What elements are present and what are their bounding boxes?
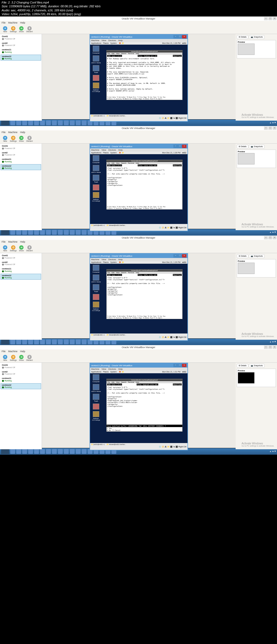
vm-item[interactable]: centos11 ⬤ Running xyxy=(1,267,41,273)
terminal-window[interactable]: hduser@vd11:/usr/local/hadoop/conf FileE… xyxy=(106,50,183,100)
taskbar-icon[interactable] xyxy=(40,230,45,235)
taskbar-icon[interactable] xyxy=(28,339,33,344)
taskbar-icon[interactable] xyxy=(76,449,81,454)
taskbar-icon[interactable] xyxy=(58,339,63,344)
desktop-icon-trash[interactable]: Trash xyxy=(91,65,101,73)
taskbar-icon[interactable] xyxy=(64,449,69,454)
maximize-button[interactable]: □ xyxy=(268,17,272,20)
show-button[interactable]: ➜Show xyxy=(18,355,25,361)
gnome-panel[interactable]: ApplicationsPlacesSystem 🦊 📁 Mon Dec 21,… xyxy=(90,42,187,45)
desktop-icon-home[interactable]: vd11's Home xyxy=(91,55,101,64)
terminal-menu[interactable]: FileEditViewSearchTerminalHelp xyxy=(107,162,182,164)
desktop-icon-trash[interactable]: Trash xyxy=(91,284,101,292)
menu-machine[interactable]: Machine xyxy=(8,21,18,24)
guest-close[interactable]: × xyxy=(182,35,186,38)
guest-maximize[interactable]: □ xyxy=(178,145,182,148)
vm-item[interactable]: Cent1 ⬤ Powered Off xyxy=(1,363,41,369)
guest-close[interactable]: × xyxy=(182,254,186,257)
taskbar-icon[interactable] xyxy=(34,449,39,454)
taskbar-icon[interactable] xyxy=(70,230,75,235)
settings-button[interactable]: ⚙Settings xyxy=(10,26,17,32)
desktop-icon-home[interactable]: vd11's Home xyxy=(91,275,101,283)
vbox-menubar[interactable]: FileMachineHelp xyxy=(0,240,277,244)
taskbar-icon[interactable] xyxy=(28,120,33,125)
guest-minimize[interactable]: − xyxy=(173,254,178,257)
taskbar-icon[interactable] xyxy=(22,449,27,454)
desktop[interactable]: Computer vd11's Home Trash hadoop-1.2.1.… xyxy=(90,373,187,443)
menu-help[interactable]: Help xyxy=(20,131,25,134)
vm-item[interactable]: centos11 ⬤ Running xyxy=(1,48,41,54)
vm-item[interactable]: cent2 ⬤ Powered Off xyxy=(1,151,41,157)
gnome-panel[interactable]: ApplicationsPlacesSystem 🦊 📁 Mon Dec 21,… xyxy=(90,261,187,264)
guest-menubar[interactable]: MachineViewDevicesHelp xyxy=(90,258,187,261)
taskbar-icon[interactable] xyxy=(16,449,21,454)
settings-button[interactable]: ⚙Settings xyxy=(10,355,17,361)
snapshots-tab[interactable]: 📷 Snapshots xyxy=(249,145,265,148)
taskbar-icon[interactable] xyxy=(10,120,15,125)
taskbar-icon[interactable] xyxy=(58,120,63,125)
taskbar-icon[interactable] xyxy=(28,230,33,235)
taskbar-icon[interactable] xyxy=(28,449,33,454)
desktop-icon-trash[interactable]: Trash xyxy=(91,394,101,402)
desktop-icon-hadoop[interactable]: hadoop-1.2.1.tar.gz xyxy=(91,82,101,92)
vm-item[interactable]: centos11 ⬤ Running xyxy=(1,157,41,163)
vbox-menubar[interactable]: FileMachineHelp xyxy=(0,21,277,25)
desktop-icon-computer[interactable]: Computer xyxy=(91,155,101,163)
minimize-button[interactable]: − xyxy=(264,17,268,20)
taskbar-icon[interactable] xyxy=(58,230,63,235)
guest-menubar[interactable]: MachineViewDevicesHelp xyxy=(90,39,187,42)
desktop-icon[interactable] xyxy=(91,404,101,409)
taskbar-icon[interactable] xyxy=(52,120,57,125)
discard-button[interactable]: ⬇Discard xyxy=(26,26,33,32)
taskbar-icon[interactable] xyxy=(22,120,27,125)
taskbar-icon[interactable] xyxy=(40,120,45,125)
taskbar-icon[interactable] xyxy=(64,120,69,125)
taskbar-icon[interactable] xyxy=(34,339,39,344)
menu-help[interactable]: Help xyxy=(20,350,25,353)
details-tab[interactable]: ⚙ Details xyxy=(237,145,248,148)
guest-maximize[interactable]: □ xyxy=(178,35,182,38)
gnome-panel[interactable]: ApplicationsPlacesSystem 🦊 📁 Mon Dec 21,… xyxy=(90,151,187,154)
vm-item[interactable]: centos11 ⬤ Running xyxy=(1,377,41,382)
menu-file[interactable]: File xyxy=(2,131,6,134)
taskbar-icon[interactable] xyxy=(52,339,57,344)
desktop-icon-home[interactable]: vd11's Home xyxy=(91,384,101,392)
close-button[interactable]: × xyxy=(273,127,276,130)
desktop[interactable]: Computer vd11's Home Trash hadoop-1.2.1.… xyxy=(90,264,187,333)
taskbar-icon[interactable] xyxy=(82,120,87,125)
guest-minimize[interactable]: − xyxy=(173,35,178,38)
nano-save-options[interactable]: Y Yes N No ^C Cancel xyxy=(107,427,182,431)
taskbar-icon[interactable] xyxy=(10,230,15,235)
taskbar-icon[interactable] xyxy=(76,339,81,344)
taskbar-icon[interactable] xyxy=(34,120,39,125)
show-button[interactable]: ➜Show xyxy=(18,136,25,142)
discard-button[interactable]: ⬇Discard xyxy=(26,136,33,142)
minimize-button[interactable]: − xyxy=(264,127,268,130)
guest-maximize[interactable]: □ xyxy=(178,254,182,257)
desktop-icon-hadoop[interactable]: hadoop-1.2.1.tar.gz xyxy=(91,192,101,202)
show-button[interactable]: ➜Show xyxy=(18,245,25,252)
vbox-menubar[interactable]: FileMachineHelp xyxy=(0,349,277,353)
gnome-panel[interactable]: ApplicationsPlacesSystem 🦊 📁 Mon Dec 21,… xyxy=(90,371,187,373)
guest-menubar[interactable]: MachineViewDevicesHelp xyxy=(90,148,187,151)
taskbar-icon[interactable] xyxy=(46,339,51,344)
settings-button[interactable]: ⚙Settings xyxy=(10,136,17,142)
snapshots-tab[interactable]: 📷 Snapshots xyxy=(249,364,265,368)
taskbar-icon[interactable] xyxy=(40,339,45,344)
desktop-icon-hadoop[interactable]: hadoop-1.2.1.tar.gz xyxy=(91,411,101,421)
close-button[interactable]: × xyxy=(273,17,276,20)
taskbar-icon[interactable] xyxy=(58,449,63,454)
terminal-menu[interactable]: FileEditViewSearchTerminalHelp xyxy=(107,381,182,383)
vm-item[interactable]: centos12 ⬤ Running xyxy=(1,383,41,389)
show-button[interactable]: ➜Show xyxy=(18,26,25,32)
taskbar-icon[interactable] xyxy=(64,339,69,344)
new-button[interactable]: ✦New xyxy=(2,26,9,32)
vm-item[interactable]: Cent1 ⬤ Powered Off xyxy=(1,254,41,260)
details-tab[interactable]: ⚙ Details xyxy=(237,35,248,39)
desktop-icon-hadoop[interactable]: hadoop-1.2.1.tar.gz xyxy=(91,302,101,311)
menu-help[interactable]: Help xyxy=(20,240,25,243)
discard-button[interactable]: ⬇Discard xyxy=(26,355,33,361)
taskbar-icon[interactable] xyxy=(64,230,69,235)
taskbar-icon[interactable] xyxy=(70,120,75,125)
vm-item[interactable]: Cent1 ⬤ Powered Off xyxy=(1,35,41,41)
